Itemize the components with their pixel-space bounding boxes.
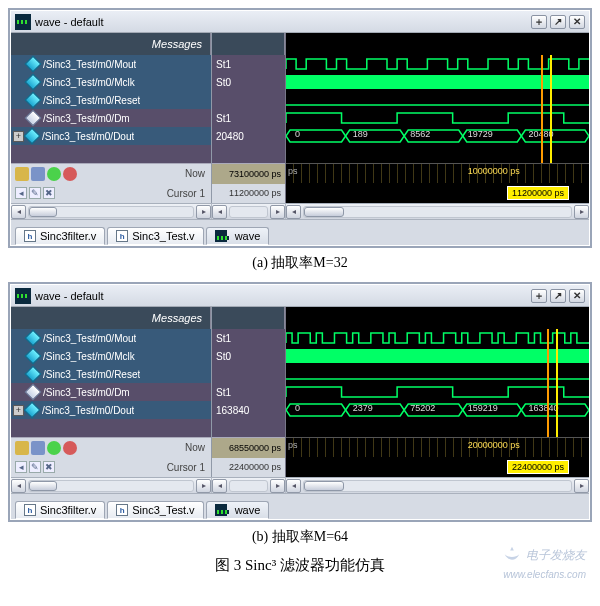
- add-icon[interactable]: [47, 167, 61, 181]
- signal-row[interactable]: /Sinc3_Test/m0/Mclk: [11, 347, 211, 365]
- wave-icon: [15, 288, 31, 304]
- scroll-right-icon[interactable]: ▸: [270, 205, 285, 219]
- cursor-del-icon[interactable]: ✖: [43, 187, 55, 199]
- signal-row[interactable]: /Sinc3_Test/m0/Reset: [11, 91, 211, 109]
- scroll-right-icon[interactable]: ▸: [270, 479, 285, 493]
- cursor-time-box: 22400000 ps: [507, 460, 569, 474]
- undock-button[interactable]: ＋: [531, 289, 547, 303]
- tab-wave[interactable]: wave: [206, 227, 270, 245]
- signal-value: 163840: [212, 401, 285, 419]
- signal-row[interactable]: + /Sinc3_Test/m0/Dout: [11, 401, 211, 419]
- signal-name: /Sinc3_Test/m0/Reset: [43, 95, 140, 106]
- signal-value: St1: [212, 329, 285, 347]
- signal-row[interactable]: /Sinc3_Test/m0/Reset: [11, 365, 211, 383]
- tab-sinc3test[interactable]: h Sinc3_Test.v: [107, 227, 203, 245]
- expand-icon[interactable]: +: [13, 405, 24, 416]
- h-scrollbar[interactable]: ◂ ▸: [285, 477, 589, 493]
- close-button[interactable]: ✕: [569, 289, 585, 303]
- signal-row[interactable]: /Sinc3_Test/m0/Dm: [11, 383, 211, 401]
- signal-value: St0: [212, 73, 285, 91]
- close-button[interactable]: ✕: [569, 15, 585, 29]
- signal-row[interactable]: /Sinc3_Test/m0/Mout: [11, 329, 211, 347]
- tab-label: Sinc3_Test.v: [132, 504, 194, 516]
- signal-value: St0: [212, 347, 285, 365]
- scroll-left-icon[interactable]: ◂: [11, 479, 26, 493]
- now-label: Now: [185, 442, 211, 453]
- cursor-nav-icon[interactable]: ◂: [15, 461, 27, 473]
- file-icon: h: [116, 504, 128, 516]
- signal-row[interactable]: /Sinc3_Test/m0/Mout: [11, 55, 211, 73]
- ruler-marker: 20000000 ps: [468, 440, 520, 450]
- signal-row[interactable]: /Sinc3_Test/m0/Dm: [11, 109, 211, 127]
- signal-row[interactable]: + /Sinc3_Test/m0/Dout: [11, 127, 211, 145]
- dock-button[interactable]: ↗: [550, 289, 566, 303]
- h-scrollbar[interactable]: ◂ ▸: [11, 203, 211, 219]
- tab-label: wave: [235, 504, 261, 516]
- scroll-left-icon[interactable]: ◂: [212, 479, 227, 493]
- scroll-left-icon[interactable]: ◂: [286, 205, 301, 219]
- scroll-left-icon[interactable]: ◂: [212, 205, 227, 219]
- scroll-right-icon[interactable]: ▸: [196, 205, 211, 219]
- scroll-left-icon[interactable]: ◂: [11, 205, 26, 219]
- cursor-time: 11200000 ps: [212, 184, 285, 204]
- scroll-right-icon[interactable]: ▸: [574, 479, 589, 493]
- remove-icon[interactable]: [63, 167, 77, 181]
- waveform-pane[interactable]: 0 2379 75202 159219 163840 ps 20000000 p…: [285, 307, 589, 477]
- time-ruler[interactable]: ps 20000000 ps: [286, 437, 589, 457]
- signal-name: /Sinc3_Test/m0/Mout: [43, 59, 136, 70]
- scroll-right-icon[interactable]: ▸: [574, 205, 589, 219]
- cursor-marker[interactable]: [556, 329, 558, 437]
- signal-name-pane[interactable]: Messages /Sinc3_Test/m0/Mout /Sinc3_Test…: [11, 33, 211, 203]
- file-icon: h: [116, 230, 128, 242]
- wave-icon: [15, 14, 31, 30]
- lock-icon[interactable]: [15, 441, 29, 455]
- h-scrollbar[interactable]: ◂ ▸: [285, 203, 589, 219]
- cursor-marker[interactable]: [541, 55, 543, 163]
- signal-value-pane[interactable]: St1 St0 St1 163840 68550000 ps 22400000 …: [211, 307, 285, 477]
- cursor-edit-icon[interactable]: ✎: [29, 187, 41, 199]
- undock-button[interactable]: ＋: [531, 15, 547, 29]
- signal-name-pane[interactable]: Messages /Sinc3_Test/m0/Mout /Sinc3_Test…: [11, 307, 211, 477]
- dock-button[interactable]: ↗: [550, 15, 566, 29]
- titlebar[interactable]: wave - default ＋ ↗ ✕: [11, 285, 589, 307]
- wave-icon: [215, 230, 227, 242]
- file-icon: h: [24, 504, 36, 516]
- tab-sinc3test[interactable]: h Sinc3_Test.v: [107, 501, 203, 519]
- now-label: Now: [185, 168, 211, 179]
- cursor-icon[interactable]: [31, 167, 45, 181]
- waveform-pane[interactable]: 0 189 8562 19729 20480 ps 10000000 ps: [285, 33, 589, 203]
- time-ruler[interactable]: ps 10000000 ps: [286, 163, 589, 183]
- signal-value: St1: [212, 383, 285, 401]
- cursor-nav-icon[interactable]: ◂: [15, 187, 27, 199]
- ruler-unit: ps: [288, 166, 298, 176]
- cursor-label: Cursor 1: [167, 462, 211, 473]
- h-scrollbar[interactable]: ◂ ▸: [11, 477, 211, 493]
- titlebar[interactable]: wave - default ＋ ↗ ✕: [11, 11, 589, 33]
- tab-sinc3filter[interactable]: h Sinc3filter.v: [15, 501, 105, 519]
- cursor-marker[interactable]: [547, 329, 549, 437]
- cursor-icon[interactable]: [31, 441, 45, 455]
- h-scrollbar[interactable]: ◂ ▸: [211, 203, 285, 219]
- signal-value-pane[interactable]: St1 St0 St1 20480 73100000 ps 11200000 p…: [211, 33, 285, 203]
- tab-wave[interactable]: wave: [206, 501, 270, 519]
- cursor-marker[interactable]: [550, 55, 552, 163]
- remove-icon[interactable]: [63, 441, 77, 455]
- signal-row[interactable]: /Sinc3_Test/m0/Mclk: [11, 73, 211, 91]
- add-icon[interactable]: [47, 441, 61, 455]
- window-title: wave - default: [35, 16, 103, 28]
- h-scrollbar[interactable]: ◂ ▸: [211, 477, 285, 493]
- expand-icon[interactable]: +: [13, 131, 24, 142]
- window-title: wave - default: [35, 290, 103, 302]
- figure-caption: 图 3 Sinc³ 滤波器功能仿真: [8, 556, 592, 575]
- diamond-icon: [25, 74, 42, 91]
- cursor-del-icon[interactable]: ✖: [43, 461, 55, 473]
- tab-sinc3filter[interactable]: h Sinc3filter.v: [15, 227, 105, 245]
- scroll-left-icon[interactable]: ◂: [286, 479, 301, 493]
- tab-label: Sinc3_Test.v: [132, 230, 194, 242]
- cursor-time-box: 11200000 ps: [507, 186, 569, 200]
- diamond-icon: [25, 384, 42, 401]
- lock-icon[interactable]: [15, 167, 29, 181]
- cursor-edit-icon[interactable]: ✎: [29, 461, 41, 473]
- scroll-right-icon[interactable]: ▸: [196, 479, 211, 493]
- file-icon: h: [24, 230, 36, 242]
